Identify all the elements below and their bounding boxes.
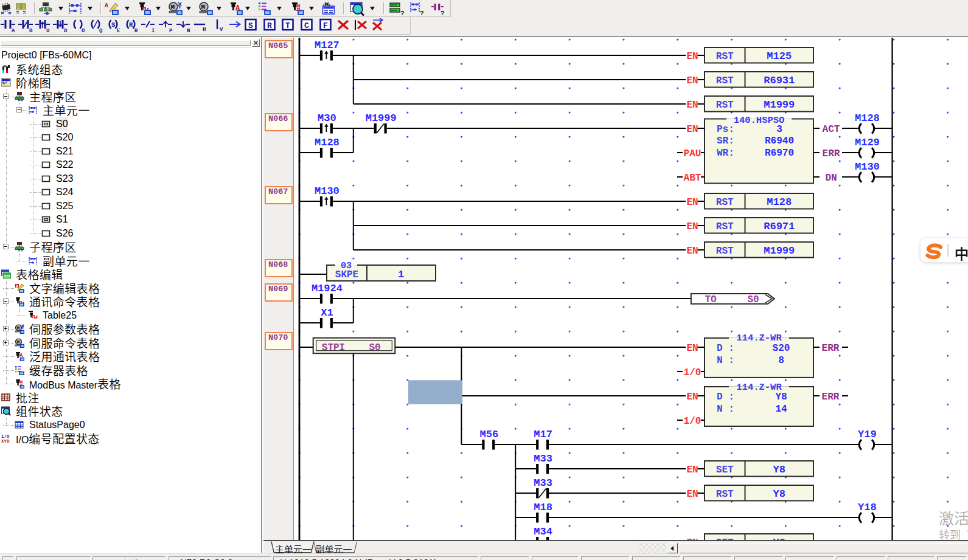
svg-text:S: S [248, 21, 253, 30]
svg-text:F: F [323, 21, 328, 30]
svg-text:?: ? [440, 10, 445, 16]
svg-text:EN: EN [686, 465, 698, 475]
svg-text:C: C [304, 21, 309, 30]
svg-text:M129: M129 [855, 137, 880, 148]
svg-text:1/0: 1/0 [684, 367, 702, 378]
svg-text:R6931: R6931 [764, 75, 795, 86]
svg-text:Y8: Y8 [773, 488, 785, 500]
svg-text:?: ? [400, 10, 404, 16]
svg-text:N :: N : [717, 355, 734, 366]
svg-text:R6970: R6970 [765, 148, 794, 159]
svg-text:EN: EN [686, 392, 698, 403]
svg-text:M127: M127 [315, 40, 339, 51]
svg-text:M125: M125 [767, 50, 792, 62]
svg-text:ERR: ERR [823, 148, 840, 159]
svg-text:M: M [201, 4, 206, 11]
svg-text:EN: EN [686, 124, 698, 135]
svg-text:S0: S0 [369, 342, 380, 353]
svg-text:M130: M130 [315, 185, 339, 197]
svg-text:EN: EN [686, 343, 698, 354]
svg-text:U: U [46, 28, 49, 33]
svg-text:M128: M128 [315, 137, 339, 148]
svg-text:Y19: Y19 [858, 429, 877, 440]
svg-text:M33: M33 [534, 453, 552, 465]
svg-text:S: S [111, 21, 115, 29]
svg-text:SR:: SR: [717, 136, 734, 147]
svg-text:EN: EN [686, 51, 698, 62]
svg-text:DN: DN [825, 173, 837, 184]
svg-text:R6940: R6940 [765, 136, 794, 147]
svg-text:T: T [285, 21, 290, 30]
svg-text:M1999: M1999 [764, 245, 795, 257]
svg-text:SKPE: SKPE [335, 269, 358, 280]
svg-text:D :: D : [717, 343, 734, 354]
svg-text:M128: M128 [767, 196, 792, 208]
svg-text:14: 14 [775, 404, 787, 415]
svg-text:M: M [16, 325, 19, 331]
svg-text:D :: D : [717, 392, 734, 403]
svg-text:M: M [16, 339, 19, 345]
svg-text:N: N [187, 28, 190, 33]
svg-text:M130: M130 [855, 161, 880, 173]
svg-text:O: O [82, 28, 85, 33]
svg-text:I: I [151, 28, 155, 33]
svg-text:1: 1 [398, 269, 404, 280]
svg-text:3: 3 [776, 124, 782, 135]
svg-text:STPI: STPI [322, 342, 345, 353]
svg-text:XYR: XYR [1, 439, 10, 443]
svg-text:M17: M17 [534, 429, 552, 440]
svg-text:M1924: M1924 [312, 283, 343, 294]
svg-text:Ps:: Ps: [717, 124, 734, 135]
svg-text:S0: S0 [747, 294, 759, 305]
svg-text:PAU: PAU [684, 148, 702, 159]
svg-text:B: B [29, 28, 33, 33]
svg-text:RST: RST [716, 100, 734, 111]
svg-text:ABT: ABT [684, 173, 702, 184]
svg-text:R6971: R6971 [764, 221, 795, 232]
svg-text:ACT: ACT [823, 124, 840, 135]
svg-text:TO: TO [705, 294, 717, 305]
svg-text:RST: RST [716, 221, 734, 232]
svg-text:R: R [134, 28, 138, 33]
svg-text:M30: M30 [318, 112, 336, 124]
svg-text:M128: M128 [855, 112, 880, 124]
svg-text:Y8: Y8 [775, 392, 787, 403]
svg-text:EN: EN [686, 197, 698, 208]
svg-text:S20: S20 [773, 343, 790, 354]
svg-text:R: R [267, 21, 272, 30]
svg-text:H: H [203, 27, 206, 33]
svg-text:Y8: Y8 [773, 464, 785, 475]
svg-text:P: P [169, 28, 173, 33]
svg-text:RST: RST [716, 489, 734, 500]
svg-text:ERR: ERR [822, 392, 840, 403]
svg-text:M34: M34 [534, 526, 552, 538]
svg-text:M33: M33 [534, 477, 552, 489]
svg-text:8: 8 [778, 355, 784, 366]
svg-text:EN: EN [686, 221, 698, 232]
svg-text:E: E [117, 28, 120, 33]
svg-text:M: M [171, 4, 175, 11]
svg-text:SET: SET [716, 465, 734, 475]
svg-text:M18: M18 [534, 502, 552, 513]
svg-text:V: V [220, 27, 223, 33]
svg-text:M1999: M1999 [764, 99, 795, 111]
svg-text:RST: RST [716, 246, 734, 257]
svg-text:Y18: Y18 [858, 502, 877, 513]
svg-text:ERR: ERR [822, 343, 840, 354]
svg-text:M56: M56 [479, 429, 498, 440]
svg-text:N :: N : [717, 404, 734, 415]
svg-text:M: M [20, 379, 23, 385]
svg-text:R: R [129, 21, 133, 29]
svg-text:1/0: 1/0 [684, 416, 702, 427]
svg-text:Q: Q [99, 28, 103, 33]
svg-text:RST: RST [716, 75, 734, 86]
svg-text:EN: EN [686, 489, 698, 500]
svg-text:EN: EN [686, 100, 698, 111]
svg-text:EN: EN [686, 246, 698, 257]
svg-text:RST: RST [716, 51, 734, 62]
svg-text:A: A [105, 2, 108, 9]
svg-text:WR:: WR: [717, 148, 734, 159]
svg-text:A: A [12, 28, 15, 33]
svg-text:X1: X1 [321, 307, 333, 319]
svg-text:RST: RST [716, 197, 734, 208]
